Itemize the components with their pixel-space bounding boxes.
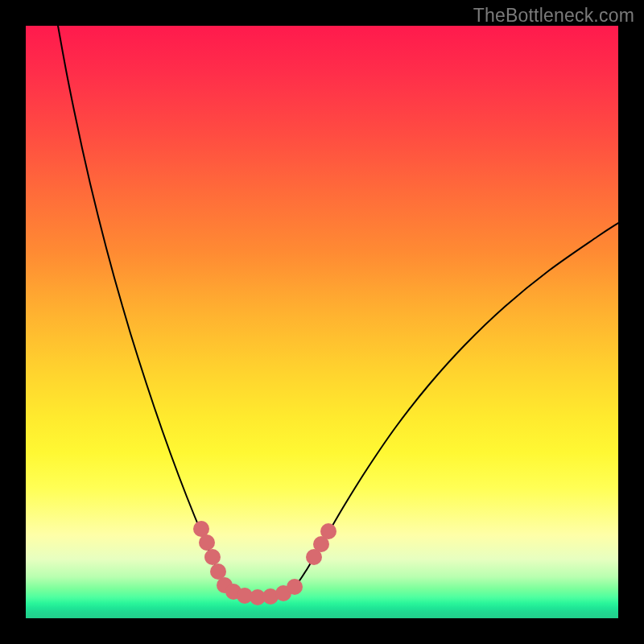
watermark-text: TheBottleneck.com — [473, 5, 634, 27]
plot-area — [26, 26, 618, 618]
highlight-marker — [320, 523, 336, 539]
highlight-marker — [199, 535, 215, 551]
outer-frame: TheBottleneck.com — [0, 0, 644, 644]
highlight-marker — [287, 579, 303, 595]
bottleneck-curve — [58, 26, 618, 597]
highlight-marker — [210, 564, 226, 580]
chart-svg — [26, 26, 618, 618]
highlight-marker — [204, 549, 221, 565]
